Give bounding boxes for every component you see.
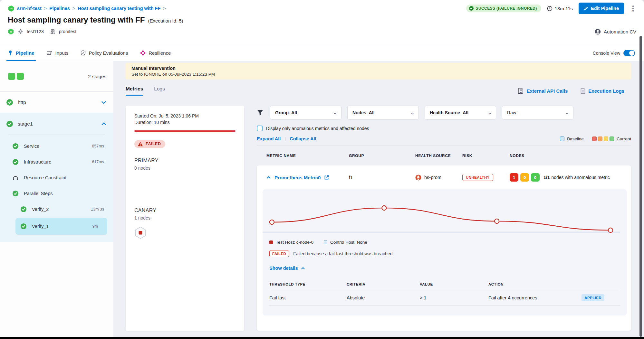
tab-pipeline[interactable]: Pipeline [8, 45, 34, 61]
triggered-by: Automation CV [595, 29, 636, 35]
success-check-icon [12, 159, 19, 165]
check-circle-icon [469, 6, 474, 11]
applied-badge: APPLIED [582, 294, 604, 301]
sidebar-step-verify-2[interactable]: Verify_213m 3s [0, 201, 113, 217]
chevron-down-icon[interactable] [101, 101, 106, 104]
anomalous-only-label: Display only anomalous metrics and affec… [266, 126, 369, 131]
status-badge: SUCCESS (FAILURE IGNORED) [466, 5, 541, 12]
breadcrumb-separator: > [72, 6, 75, 11]
sidebar-step-verify-1[interactable]: Verify_19m [15, 218, 107, 235]
view-mode-dropdown[interactable]: Raw⌄ [502, 106, 573, 120]
progress-bar-failed [134, 130, 235, 132]
show-details-link[interactable]: Show details [269, 266, 305, 271]
anomalous-only-checkbox[interactable] [257, 126, 263, 131]
chevron-up-icon [301, 267, 305, 270]
document-icon [581, 88, 585, 94]
svg-text:API: API [518, 91, 522, 94]
page-title: Host sampling canary testing with FF [8, 15, 145, 24]
window-edge [0, 337, 644, 339]
control-host-swatch-icon [324, 240, 327, 244]
canary-label: CANARY [134, 208, 235, 213]
expand-all-link[interactable]: Expand All [257, 136, 281, 141]
sidebar-step-parallel-steps[interactable]: Parallel Steps [0, 185, 113, 201]
current-swatches-icon [592, 137, 614, 141]
success-check-icon [20, 206, 27, 212]
healthy-node-count-chip: 0 [531, 173, 540, 182]
success-check-icon [20, 223, 27, 230]
sidebar-step-infrastructure[interactable]: Infrastructure617ms [0, 154, 113, 170]
environment-icon [50, 29, 55, 34]
success-check-icon [12, 143, 19, 149]
environment-name[interactable]: promtest [59, 29, 76, 34]
breadcrumb-pipelines[interactable]: Pipelines [49, 6, 70, 11]
tab-inputs[interactable]: Inputs [47, 45, 69, 61]
warning-node-count-chip: 0 [520, 173, 529, 182]
external-api-calls-link[interactable]: API External API Calls [518, 88, 568, 94]
breadcrumb: ∞ srm-hf-test > Pipelines > Host samplin… [8, 5, 166, 12]
risk-badge: UNHEALTHY [462, 174, 493, 181]
control-host-legend: Control Host: None [324, 240, 367, 245]
execution-duration: 13m 11s [547, 6, 573, 11]
canary-node-count: 1 nodes [134, 215, 235, 221]
sidebar-stage-stage1[interactable]: stage1 [0, 113, 113, 133]
edit-pipeline-button[interactable]: Edit Pipeline [579, 3, 624, 14]
execution-sidebar: 2 stages http stage1 Service857ms [0, 61, 113, 339]
divider: | [284, 136, 286, 141]
external-link-icon[interactable] [324, 175, 329, 180]
resilience-chaos-icon [140, 50, 146, 56]
more-options-icon[interactable]: ••• [630, 5, 636, 12]
threshold-table-header: THRESHOLD TYPE CRITERIA VALUE ACTION [269, 279, 620, 290]
inputs-icon [47, 51, 53, 56]
baseline-current-legend: Baseline Current [560, 137, 631, 141]
pipeline-icon [8, 50, 13, 56]
banner-subtitle: Set to IGNORE on 05-Jul-2023 1:15:23 PM [131, 72, 625, 77]
tab-policy-evaluations[interactable]: Policy Evaluations [81, 45, 128, 61]
page-header: ∞ srm-hf-test > Pipelines > Host samplin… [0, 0, 644, 45]
tab-metrics[interactable]: Metrics [126, 86, 143, 96]
breadcrumb-separator: > [163, 6, 166, 11]
breadcrumb-pipeline-name[interactable]: Host sampling canary testing with FF [78, 6, 160, 11]
execution-logs-link[interactable]: Execution Logs [581, 88, 624, 94]
resource-constraint-icon [12, 174, 19, 181]
stage-square-icon [17, 73, 24, 80]
api-document-icon: API [518, 88, 524, 94]
metric-chart[interactable] [263, 189, 620, 238]
chevron-up-icon[interactable] [101, 122, 106, 126]
sidebar-step-service[interactable]: Service857ms [0, 138, 113, 154]
success-check-icon [6, 99, 13, 106]
analysis-failed-badge: FAILED [269, 250, 289, 257]
health-source-filter-dropdown[interactable]: Health Source: All⌄ [425, 106, 496, 120]
pencil-icon [584, 6, 588, 11]
tab-logs[interactable]: Logs [154, 86, 165, 96]
nodes-filter-dropdown[interactable]: Nodes: All⌄ [347, 106, 419, 120]
success-check-icon [6, 120, 13, 127]
vertical-scrollbar[interactable] [639, 36, 642, 337]
threshold-table-row: Fail fast Absolute > 1 Fail after 4 occu… [269, 290, 620, 305]
canary-node-hexagon-icon[interactable] [134, 226, 147, 239]
group-filter-dropdown[interactable]: Group: All⌄ [270, 106, 341, 120]
harness-logo-icon: ∞ [8, 5, 14, 12]
sidebar-step-resource-constraint[interactable]: Resource Constraint [0, 170, 113, 185]
step-details-main: Manual Intervention Set to IGNORE on 05-… [113, 61, 644, 339]
risk-cell: UNHEALTHY [462, 174, 510, 181]
metrics-table-header: METRIC NAME GROUP HEALTH SOURCE RISK NOD… [257, 146, 631, 165]
chevron-up-icon[interactable] [266, 176, 271, 179]
app-window: ∞ srm-hf-test > Pipelines > Host samplin… [0, 0, 644, 339]
collapse-all-link[interactable]: Collapse All [290, 136, 316, 141]
service-name[interactable]: test1123 [27, 29, 44, 34]
filter-funnel-icon[interactable] [257, 109, 264, 116]
banner-title: Manual Intervention [131, 66, 625, 71]
test-host-swatch-icon [269, 240, 273, 244]
metric-name-cell[interactable]: Prometheus Metric0 [266, 175, 349, 180]
duration: Duration: 10 mins [134, 119, 235, 126]
success-check-icon [12, 190, 19, 197]
breadcrumb-project[interactable]: srm-hf-test [17, 6, 42, 11]
harness-cd-icon: ∞ [8, 28, 14, 35]
user-avatar-icon [595, 29, 601, 35]
tab-resilience[interactable]: Resilience [140, 45, 171, 61]
console-view-toggle[interactable] [623, 50, 635, 56]
manual-intervention-banner: Manual Intervention Set to IGNORE on 05-… [126, 63, 631, 80]
metric-group: f1 [349, 175, 415, 180]
sidebar-stage-http[interactable]: http [0, 92, 113, 113]
primary-node-count: 0 nodes [134, 165, 235, 171]
